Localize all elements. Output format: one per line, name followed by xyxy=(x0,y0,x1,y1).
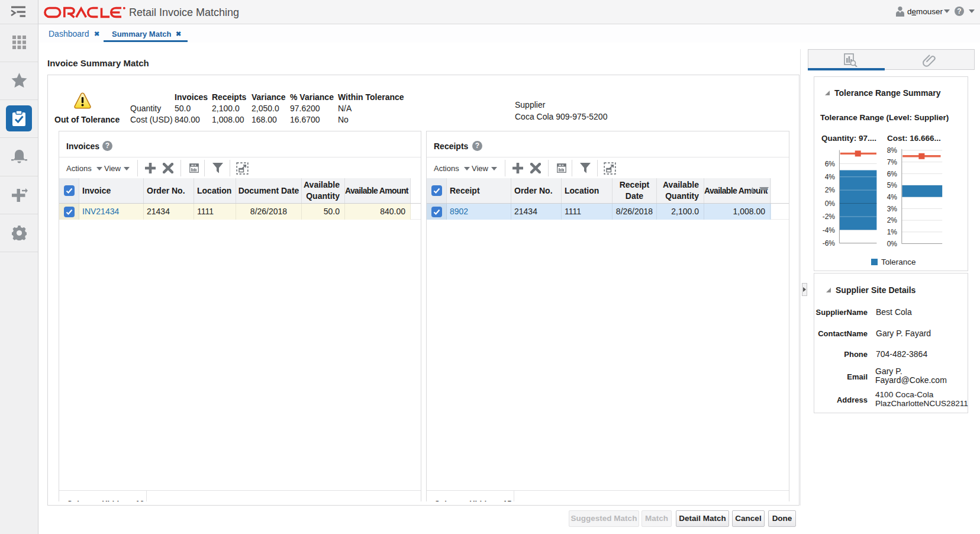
svg-text:2%: 2% xyxy=(887,216,898,224)
svg-text:8%: 8% xyxy=(887,146,898,155)
svg-text:-4%: -4% xyxy=(823,226,836,234)
svg-text:2%: 2% xyxy=(825,186,836,194)
svg-text:5%: 5% xyxy=(887,181,898,189)
svg-text:3%: 3% xyxy=(887,205,898,213)
svg-text:4%: 4% xyxy=(825,173,836,181)
svg-text:6%: 6% xyxy=(887,170,898,178)
svg-text:-2%: -2% xyxy=(823,213,836,221)
svg-text:-6%: -6% xyxy=(823,239,836,247)
svg-text:6%: 6% xyxy=(825,160,836,168)
svg-text:4%: 4% xyxy=(887,193,898,201)
svg-text:0%: 0% xyxy=(887,240,898,248)
svg-text:Cost: 16.666...: Cost: 16.666... xyxy=(887,134,941,143)
svg-text:1%: 1% xyxy=(887,228,898,236)
svg-text:7%: 7% xyxy=(887,158,898,166)
svg-text:Quantity: 97....: Quantity: 97.... xyxy=(821,134,876,143)
svg-text:0%: 0% xyxy=(825,200,836,208)
